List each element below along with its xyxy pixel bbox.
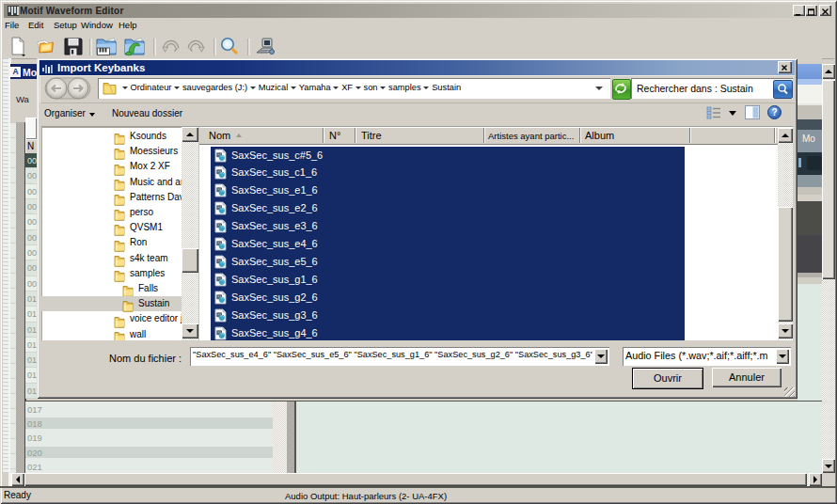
svg-text:?: ? (771, 107, 777, 118)
